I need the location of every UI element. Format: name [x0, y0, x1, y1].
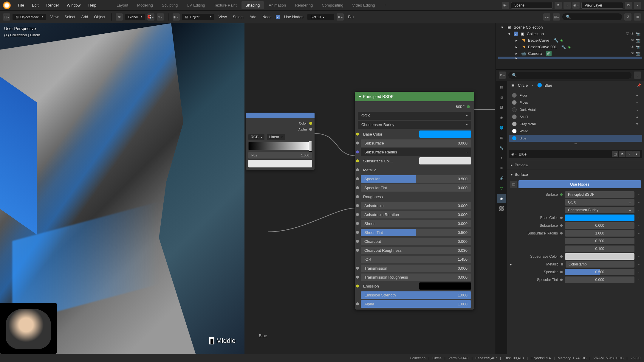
mat-slot-darkmetal[interactable]: Dark Metal⌄: [509, 106, 642, 113]
tab-modeling[interactable]: Modeling: [133, 1, 157, 9]
clearcoat-input[interactable]: Clearcoat0.000: [361, 238, 471, 245]
slot-select[interactable]: Slot 10 ▾: [307, 14, 334, 20]
clearr-socket[interactable]: [356, 249, 359, 252]
mat-slot-graymetal[interactable]: Gray Metal▼: [509, 120, 642, 128]
tab-compositing[interactable]: Compositing: [318, 1, 347, 9]
scene-name-input[interactable]: [511, 2, 553, 9]
bsdf-header[interactable]: ▾Principled BSDF: [355, 92, 474, 101]
subradius-socket[interactable]: [356, 150, 359, 153]
modifier2-icon[interactable]: ◈: [560, 38, 563, 43]
proportional-icon[interactable]: ○⌄: [157, 13, 164, 21]
tree-item-camera[interactable]: ▸ 📹 Camera ◎ 👁 📷: [498, 50, 642, 57]
colorramp-node[interactable]: Color Alpha RGB▾ Linear▾ Pos1.000: [246, 113, 315, 170]
subsurface-link-dot[interactable]: [560, 224, 563, 227]
use-nodes-button[interactable]: Use Nodes: [518, 180, 641, 188]
preview-section-header[interactable]: ▸Preview: [507, 160, 644, 170]
editor-type-3d-icon[interactable]: ⬚⌄: [3, 13, 10, 21]
emission-socket[interactable]: [356, 285, 359, 288]
menu-edit[interactable]: Edit: [28, 2, 42, 9]
colorramp-gradient[interactable]: [248, 142, 312, 150]
prop-metallic-select[interactable]: ColorRamp: [566, 261, 634, 268]
layer-browse-icon[interactable]: ◉⌄: [572, 2, 580, 9]
eye-icon[interactable]: 👁: [631, 45, 634, 49]
prop-specular-input[interactable]: 0.500: [565, 269, 634, 275]
color-output-socket[interactable]: [309, 122, 312, 125]
surface-shader-select[interactable]: Principled BSDF: [565, 191, 634, 198]
colorramp-color-swatch[interactable]: [248, 160, 312, 167]
menu-render[interactable]: Render: [43, 2, 63, 9]
slot-up-icon[interactable]: ▲: [635, 115, 639, 119]
mat-new-icon[interactable]: ▾: [633, 151, 640, 157]
transr-input[interactable]: Transmission Roughness0.000: [361, 274, 471, 281]
subsurface-socket[interactable]: [356, 142, 359, 145]
node-view-menu[interactable]: View: [217, 15, 229, 19]
prop-basecolor-swatch[interactable]: [565, 215, 634, 221]
tab-world-icon[interactable]: 🌐: [497, 123, 506, 132]
distribution-select[interactable]: GGX▾: [358, 112, 471, 120]
orientation-icon[interactable]: ⊕: [116, 13, 123, 21]
mat-slot-pipes[interactable]: Pipes−: [509, 99, 642, 106]
basecolor-socket[interactable]: [356, 133, 359, 136]
tab-texture-icon[interactable]: [497, 204, 506, 213]
mat-slot-white[interactable]: White: [509, 128, 642, 135]
slot-menu-icon[interactable]: ⌄: [635, 108, 639, 112]
prop-sss-select[interactable]: Christensen-Burley⌄: [565, 207, 634, 213]
render-icon[interactable]: 📷: [636, 51, 640, 56]
surface-options-icon[interactable]: •: [637, 192, 641, 197]
nodetree-toggle-icon[interactable]: ◫: [510, 181, 517, 188]
mat-unlink-icon[interactable]: ×: [626, 151, 633, 157]
bsdf-output-socket[interactable]: [467, 105, 470, 108]
prop-subcolor-swatch[interactable]: [565, 253, 634, 260]
sheentint-socket[interactable]: [356, 231, 359, 234]
tab-animation[interactable]: Animation: [264, 1, 290, 9]
snap-icon[interactable]: 🧲⌄: [147, 13, 154, 21]
spectint-socket[interactable]: [356, 186, 359, 189]
spectint-input[interactable]: Specular Tint0.000: [361, 184, 471, 192]
tab-constraints-icon[interactable]: 🔗: [497, 174, 506, 183]
tab-shading[interactable]: Shading: [242, 1, 264, 9]
orientation-select[interactable]: Global▾: [125, 14, 145, 20]
layer-delete-icon[interactable]: ×: [634, 2, 641, 9]
menu-window[interactable]: Window: [63, 2, 84, 9]
render-icon[interactable]: 📷: [636, 38, 640, 43]
camera-data-icon[interactable]: ◎: [546, 51, 552, 56]
outliner-search-input[interactable]: [562, 13, 622, 20]
node-node-menu[interactable]: Node: [261, 15, 273, 19]
sheentint-input[interactable]: Sheen Tint0.500: [361, 229, 471, 236]
basecolor-swatch[interactable]: [419, 130, 471, 138]
aniso-socket[interactable]: [356, 204, 359, 207]
trans-input[interactable]: Transmission0.000: [361, 265, 471, 272]
prop-subsurface-input[interactable]: 0.000: [565, 222, 634, 229]
tree-scene-collection[interactable]: ▾▣ Scene Collection: [498, 24, 642, 30]
props-type-icon[interactable]: ⚙⌄: [499, 72, 506, 79]
tab-output-icon[interactable]: 🖨: [497, 93, 506, 102]
node-header[interactable]: [246, 113, 315, 118]
node-select-menu[interactable]: Select: [231, 15, 245, 19]
eye-icon[interactable]: 👁: [631, 38, 634, 43]
modifier-icon[interactable]: 🔧: [561, 45, 566, 49]
material-name-input[interactable]: [519, 152, 610, 156]
tab-rendering[interactable]: Rendering: [291, 1, 317, 9]
alpha-socket[interactable]: [356, 302, 359, 305]
tab-texpaint[interactable]: Texture Paint: [210, 1, 241, 9]
display-mode-icon[interactable]: ▦⌄: [553, 13, 560, 21]
outliner-type-icon[interactable]: ≡⌄: [543, 13, 550, 21]
material-browse-icon[interactable]: ◉⌄: [511, 152, 517, 156]
3d-viewport[interactable]: User Perspective (1) Collection | Circle…: [0, 23, 244, 354]
transr-socket[interactable]: [356, 276, 359, 279]
tree-item-bezier2[interactable]: ▸ ◥ BezierCurve.001 🔧 ◈ 👁 📷: [498, 43, 642, 50]
props-options-icon[interactable]: ⌄: [634, 72, 641, 79]
tab-modifiers-icon[interactable]: 🔧: [497, 143, 506, 152]
alpha-input[interactable]: Alpha1.000: [361, 300, 471, 308]
principled-bsdf-node[interactable]: ▾Principled BSDF BSDF GGX▾ Christensen-B…: [355, 92, 474, 310]
basecolor-link-dot[interactable]: [560, 217, 563, 219]
anisor-socket[interactable]: [356, 213, 359, 216]
clearr-input[interactable]: Clearcoat Roughness0.030: [361, 247, 471, 254]
tab-video[interactable]: Video Editing: [348, 1, 379, 9]
colorramp-mode-select[interactable]: RGB▾: [248, 134, 264, 140]
tab-particles-icon[interactable]: ✦: [497, 153, 506, 162]
modifier-icon[interactable]: 🔧: [554, 38, 558, 43]
node-add-menu[interactable]: Add: [248, 15, 258, 19]
subcolor-link-dot[interactable]: [560, 255, 563, 258]
viewport-select-menu[interactable]: Select: [63, 15, 77, 19]
